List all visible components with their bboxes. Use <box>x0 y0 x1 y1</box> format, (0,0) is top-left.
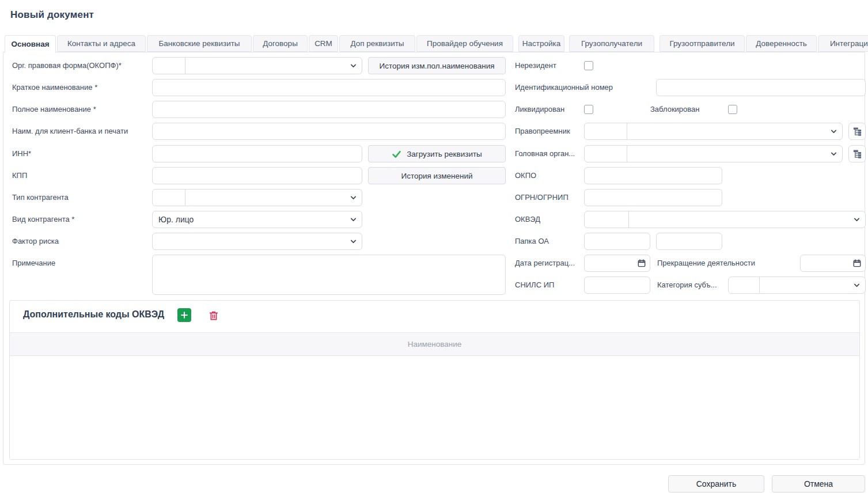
kpp-label: КПП <box>12 167 27 184</box>
change-history-button[interactable]: История изменений <box>368 167 506 184</box>
inn-input[interactable] <box>152 145 362 162</box>
new-document-window: Новый документ Основная Контакты и адрес… <box>0 0 868 500</box>
tab-main[interactable]: Основная <box>5 35 56 53</box>
risk-factor-select[interactable] <box>152 233 362 250</box>
note-textarea[interactable] <box>152 255 506 295</box>
okved-select[interactable] <box>584 211 866 228</box>
nonresident-label: Нерезидент <box>515 57 556 74</box>
snils-input[interactable] <box>584 276 650 294</box>
add-okved-button[interactable] <box>177 308 191 322</box>
subject-category-label: Категория субъ... <box>657 276 717 294</box>
tab-crm[interactable]: CRM <box>309 35 338 52</box>
okpo-input[interactable] <box>584 167 722 184</box>
tab-power-of-attorney[interactable]: Доверенность <box>746 35 817 52</box>
tab-bank-details[interactable]: Банковские реквизиты <box>147 35 252 52</box>
oa-folder-code-input[interactable] <box>584 233 650 250</box>
okved-table-header: Наименование <box>10 332 859 356</box>
okved-label: ОКВЭД <box>515 211 540 228</box>
name-history-button[interactable]: История изм.пол.наименования <box>368 57 506 74</box>
short-name-input[interactable] <box>152 79 506 96</box>
termination-date-input[interactable] <box>800 255 866 272</box>
counterparty-type-select[interactable] <box>152 189 362 206</box>
counterparty-kind-value: Юр. лицо <box>153 215 350 224</box>
short-name-label: Краткое наименование * <box>12 79 97 96</box>
calendar-icon <box>637 259 646 268</box>
chevron-down-icon <box>830 150 837 158</box>
successor-tree-picker-button[interactable] <box>848 123 866 140</box>
inn-label: ИНН* <box>12 145 31 162</box>
tab-settings[interactable]: Настройка <box>518 35 564 52</box>
okpo-label: ОКПО <box>515 167 536 184</box>
blocked-label: Заблокирован <box>650 101 699 118</box>
load-requisites-label: Загрузить реквизиты <box>407 150 482 158</box>
main-tab-panel: Орг. правовая форма(ОКОПФ)* История изм.… <box>3 52 865 465</box>
snils-label: СНИЛС ИП <box>515 276 554 294</box>
delete-okved-button[interactable] <box>206 308 221 323</box>
head-org-tree-picker-button[interactable] <box>848 145 866 162</box>
cancel-button[interactable]: Отмена <box>772 475 865 493</box>
oa-folder-name-input[interactable] <box>656 233 722 250</box>
trash-icon <box>208 310 219 321</box>
ogrn-input[interactable] <box>584 189 722 206</box>
tab-consignees[interactable]: Грузополучатели <box>569 35 654 52</box>
id-number-label: Идентификационный номер <box>515 79 613 96</box>
chevron-down-icon <box>853 282 861 289</box>
note-label: Примечание <box>12 255 55 272</box>
risk-factor-label: Фактор риска <box>12 233 59 250</box>
liquidated-label: Ликвидирован <box>515 101 564 118</box>
tab-consignors[interactable]: Грузоотправители <box>659 35 745 52</box>
tab-training-provider[interactable]: Провайдер обучения <box>416 35 513 52</box>
head-org-code-input[interactable] <box>585 146 627 162</box>
head-org-select[interactable] <box>584 145 843 162</box>
save-button[interactable]: Сохранить <box>668 475 764 493</box>
additional-okved-title: Дополнительные коды ОКВЭД <box>23 309 164 320</box>
full-name-label: Полное наименование * <box>12 101 96 118</box>
reg-date-input[interactable] <box>584 255 650 272</box>
counterparty-kind-label: Вид контрагента * <box>12 211 74 228</box>
bank-print-name-label: Наим. для клиент-банка и печати <box>12 123 128 140</box>
chevron-down-icon <box>853 216 861 224</box>
kpp-input[interactable] <box>152 167 362 184</box>
okopf-select[interactable] <box>152 57 362 74</box>
additional-okved-section: Дополнительные коды ОКВЭД Наименование <box>9 300 860 460</box>
hierarchy-tree-icon <box>852 126 863 137</box>
ogrn-label: ОГРН/ОГРНИП <box>515 189 568 206</box>
tab-contacts-addresses[interactable]: Контакты и адреса <box>57 35 146 52</box>
successor-select[interactable] <box>584 123 843 140</box>
tab-integration[interactable]: Интеграция <box>818 35 868 52</box>
full-name-input[interactable] <box>152 101 506 118</box>
okved-code-input[interactable] <box>585 211 629 228</box>
id-number-input[interactable] <box>656 79 866 96</box>
plus-icon <box>180 311 188 319</box>
okopf-code-input[interactable] <box>153 58 185 74</box>
load-requisites-button[interactable]: Загрузить реквизиты <box>368 145 506 162</box>
termination-label: Прекращение деятельности <box>657 255 755 272</box>
calendar-icon <box>852 259 862 268</box>
subject-category-code-input[interactable] <box>729 277 760 293</box>
counterparty-type-code-input[interactable] <box>153 190 185 206</box>
tab-contracts[interactable]: Договоры <box>253 35 308 52</box>
bank-print-name-input[interactable] <box>152 123 506 140</box>
checkmark-icon <box>392 149 401 159</box>
chevron-down-icon <box>350 216 357 224</box>
tab-extra-requisites[interactable]: Доп реквизиты <box>339 35 415 52</box>
blocked-checkbox[interactable] <box>728 105 737 114</box>
chevron-down-icon <box>830 128 837 135</box>
okved-table-body[interactable] <box>10 356 859 459</box>
okopf-label: Орг. правовая форма(ОКОПФ)* <box>12 57 122 74</box>
hierarchy-tree-icon <box>852 149 863 160</box>
head-org-label: Головная орган... <box>515 145 575 162</box>
chevron-down-icon <box>350 238 357 245</box>
successor-code-input[interactable] <box>585 123 627 139</box>
subject-category-select[interactable] <box>728 276 866 294</box>
chevron-down-icon <box>350 62 357 70</box>
counterparty-kind-select[interactable]: Юр. лицо <box>152 211 362 228</box>
tab-bar: Основная Контакты и адреса Банковские ре… <box>5 35 868 54</box>
nonresident-checkbox[interactable] <box>584 61 593 70</box>
page-title: Новый документ <box>10 9 94 21</box>
counterparty-type-label: Тип контрагента <box>12 189 69 206</box>
oa-folder-label: Папка ОА <box>515 233 549 250</box>
chevron-down-icon <box>350 194 357 202</box>
liquidated-checkbox[interactable] <box>584 105 593 114</box>
reg-date-label: Дата регистрац... <box>515 255 575 272</box>
